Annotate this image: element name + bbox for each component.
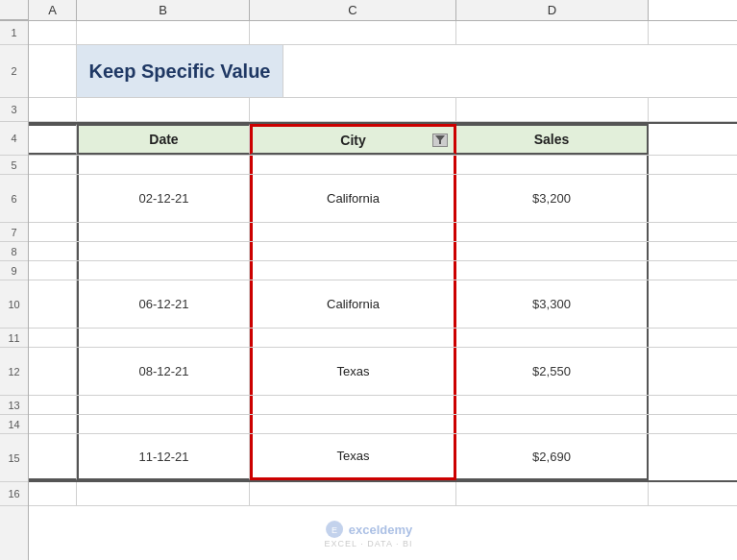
cell-d10-sales[interactable]: $3,300	[456, 280, 649, 328]
watermark-logo-icon: E	[325, 520, 344, 539]
cell-c1[interactable]	[250, 21, 456, 44]
cell-d4-sales-header[interactable]: Sales	[456, 124, 649, 155]
cell-a6[interactable]	[29, 175, 77, 222]
cell-b10-date[interactable]: 06-12-21	[77, 280, 250, 328]
row-num-14[interactable]: 14	[0, 415, 28, 434]
cell-c10-city[interactable]: California	[250, 280, 456, 328]
cell-d13[interactable]	[456, 396, 649, 414]
cell-c16[interactable]	[250, 482, 456, 505]
row-num-16[interactable]: 16	[0, 482, 28, 506]
cell-a1[interactable]	[29, 21, 77, 44]
cell-d5[interactable]	[456, 156, 649, 174]
grid-row-16	[29, 482, 737, 506]
cell-a14[interactable]	[29, 415, 77, 433]
cell-b5[interactable]	[77, 156, 250, 174]
cell-c4-city-header[interactable]: City	[250, 124, 456, 155]
cell-b11[interactable]	[77, 329, 250, 347]
cell-c15-city[interactable]: Texas	[250, 434, 456, 480]
grid-row-7	[29, 223, 737, 242]
grid-row-5	[29, 156, 737, 175]
cell-a5[interactable]	[29, 156, 77, 174]
row-num-11[interactable]: 11	[0, 329, 28, 348]
cell-a11[interactable]	[29, 329, 77, 347]
cell-a10[interactable]	[29, 280, 77, 328]
cell-a12[interactable]	[29, 348, 77, 395]
cell-b12-date[interactable]: 08-12-21	[77, 348, 250, 395]
cell-c11[interactable]	[250, 329, 456, 347]
cell-c3[interactable]	[250, 98, 456, 121]
cell-b6-date[interactable]: 02-12-21	[77, 175, 250, 222]
cell-d11[interactable]	[456, 329, 649, 347]
cell-c2-title[interactable]: Keep Specific Value	[77, 45, 283, 97]
cell-b15-date[interactable]: 11-12-21	[77, 434, 250, 480]
row-num-8[interactable]: 8	[0, 242, 28, 261]
svg-text:E: E	[332, 525, 337, 535]
cell-c12-city[interactable]: Texas	[250, 348, 456, 395]
cell-b9[interactable]	[77, 261, 250, 280]
cell-d6-sales[interactable]: $3,200	[456, 175, 649, 222]
cell-d16[interactable]	[456, 482, 649, 505]
col-header-c[interactable]: C	[250, 0, 456, 20]
cell-c8[interactable]	[250, 242, 456, 260]
col-header-d[interactable]: D	[456, 0, 649, 20]
grid-row-6: 02-12-21 California $3,200	[29, 175, 737, 223]
cell-d8[interactable]	[456, 242, 649, 260]
row-num-4[interactable]: 4	[0, 122, 28, 156]
cell-d12-sales[interactable]: $2,550	[456, 348, 649, 395]
cell-b13[interactable]	[77, 396, 250, 414]
cell-a8[interactable]	[29, 242, 77, 260]
watermark: E exceldemy EXCEL · DATA · BI	[325, 520, 413, 548]
cell-a9[interactable]	[29, 261, 77, 280]
cell-d1[interactable]	[456, 21, 649, 44]
row-num-15[interactable]: 15	[0, 434, 28, 482]
cell-a13[interactable]	[29, 396, 77, 414]
col-header-a[interactable]: A	[29, 0, 77, 20]
row-num-5[interactable]: 5	[0, 156, 28, 175]
cell-c9[interactable]	[250, 261, 456, 280]
cell-c7[interactable]	[250, 223, 456, 241]
cell-b1[interactable]	[77, 21, 250, 44]
cell-c6-city[interactable]: California	[250, 175, 456, 222]
cell-b4-date-header[interactable]: Date	[77, 124, 250, 155]
col-header-b[interactable]: B	[77, 0, 250, 20]
cell-b14[interactable]	[77, 415, 250, 433]
cell-d9[interactable]	[456, 261, 649, 280]
row-num-6[interactable]: 6	[0, 175, 28, 223]
grid-row-14	[29, 415, 737, 434]
grid-row-11	[29, 329, 737, 348]
row-num-12[interactable]: 12	[0, 348, 28, 396]
row-num-9[interactable]: 9	[0, 261, 28, 280]
cell-a16[interactable]	[29, 482, 77, 505]
cell-a4[interactable]	[29, 124, 77, 155]
row-numbers: 1 2 3 4 5 6 7 8 9 10 11 12 13 14 15 16	[0, 21, 29, 560]
cell-c14[interactable]	[250, 415, 456, 433]
cell-b16[interactable]	[77, 482, 250, 505]
row-num-2[interactable]: 2	[0, 45, 28, 98]
row-num-13[interactable]: 13	[0, 396, 28, 415]
corner-cell	[0, 0, 29, 20]
column-headers: A B C D	[0, 0, 737, 21]
cell-c13[interactable]	[250, 396, 456, 414]
row-num-10[interactable]: 10	[0, 280, 28, 329]
cell-d3[interactable]	[456, 98, 649, 121]
row-num-3[interactable]: 3	[0, 98, 28, 122]
cell-b3[interactable]	[77, 98, 250, 121]
row-num-7[interactable]: 7	[0, 223, 28, 242]
cell-d15-sales[interactable]: $2,690	[456, 434, 649, 480]
city-header-wrapper: City	[253, 127, 454, 153]
cell-c5[interactable]	[250, 156, 456, 174]
cell-a3[interactable]	[29, 98, 77, 121]
watermark-site: exceldemy	[349, 523, 413, 537]
cell-b8[interactable]	[77, 242, 250, 260]
cell-a2[interactable]	[29, 45, 77, 97]
cell-a15[interactable]	[29, 434, 77, 480]
spreadsheet-body: 1 2 3 4 5 6 7 8 9 10 11 12 13 14 15 16	[0, 21, 737, 560]
row-num-1[interactable]: 1	[0, 21, 28, 45]
cell-a7[interactable]	[29, 223, 77, 241]
filter-icon[interactable]	[432, 134, 448, 147]
cell-d7[interactable]	[456, 223, 649, 241]
cell-b7[interactable]	[77, 223, 250, 241]
cell-d14[interactable]	[456, 415, 649, 433]
grid-row-3	[29, 98, 737, 122]
grid-row-8	[29, 242, 737, 261]
